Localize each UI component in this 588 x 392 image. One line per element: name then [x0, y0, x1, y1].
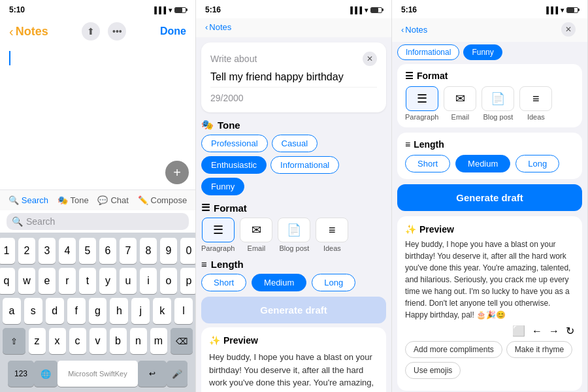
key-z[interactable]: z [29, 328, 46, 354]
next-icon[interactable]: → [549, 325, 559, 337]
format-blogpost-icon: 📄 [278, 218, 310, 242]
key-j[interactable]: j [131, 298, 150, 324]
format3-ideas-icon: ≡ [519, 86, 552, 111]
toolbar-compose[interactable]: ✏️ Compose [138, 195, 188, 205]
key-u[interactable]: u [120, 268, 137, 294]
key-i[interactable]: i [140, 268, 157, 294]
share-icon[interactable]: ⬆ [82, 22, 100, 41]
length-long[interactable]: Long [312, 274, 355, 291]
format-paragraph[interactable]: ☰ Paragraph [201, 218, 235, 252]
prev-icon[interactable]: ← [532, 325, 542, 337]
key-l[interactable]: l [174, 298, 193, 324]
key-v[interactable]: v [90, 328, 106, 354]
preview3-nav-controls: ⬜ ← → ↻ [405, 325, 574, 337]
key-s[interactable]: s [24, 298, 42, 324]
key-p[interactable]: p [180, 268, 196, 294]
refresh-icon[interactable]: ↻ [566, 325, 574, 337]
key-h[interactable]: h [110, 298, 128, 324]
key-6[interactable]: 6 [99, 238, 116, 264]
key-7[interactable]: 7 [120, 238, 137, 264]
toolbar-search[interactable]: 🔍 Search [8, 195, 48, 205]
key-y[interactable]: y [99, 268, 116, 294]
add-button[interactable]: + [165, 161, 189, 184]
format3-ideas[interactable]: ≡ Ideas [519, 86, 552, 121]
key-o[interactable]: o [160, 268, 177, 294]
length3-medium[interactable]: Medium [455, 155, 510, 172]
key-globe[interactable]: 🌐 [34, 361, 57, 387]
panel3-back-button[interactable]: ‹ Notes [401, 25, 427, 35]
done-button[interactable]: Done [160, 25, 186, 37]
key-mic[interactable]: 🎤 [167, 361, 188, 387]
make-rhyme-button[interactable]: Make it rhyme [506, 341, 572, 358]
preview3-title: ✨ Preview [405, 224, 574, 235]
preview-icon: ✨ [209, 335, 220, 346]
key-r[interactable]: r [59, 268, 76, 294]
tone-chip-informational[interactable]: Informational [270, 156, 339, 174]
format-blogpost[interactable]: 📄 Blog post [278, 218, 310, 252]
tone-chip-funny[interactable]: Funny [201, 178, 244, 195]
nav-icons: ⬆ ••• [82, 22, 126, 41]
generate-draft-button[interactable]: Generate draft [201, 297, 386, 323]
tone-chip-informational-top[interactable]: Informational [397, 44, 459, 60]
search-bar[interactable]: 🔍 Search [7, 213, 189, 230]
format-ideas[interactable]: ≡ Ideas [316, 218, 348, 252]
tone-chip-casual[interactable]: Casual [272, 135, 318, 152]
key-space[interactable]: Microsoft SwiftKey [57, 361, 138, 387]
key-9[interactable]: 9 [160, 238, 177, 264]
key-a[interactable]: a [3, 298, 21, 324]
format3-blogpost[interactable]: 📄 Blog post [482, 86, 514, 121]
close-panel3-button[interactable]: ✕ [561, 22, 576, 37]
key-t[interactable]: t [79, 268, 96, 294]
format3-email[interactable]: ✉ Email [444, 86, 476, 121]
key-c[interactable]: c [69, 328, 86, 354]
length-medium[interactable]: Medium [252, 274, 306, 291]
tone-chip-funny-top[interactable]: Funny [463, 44, 502, 60]
length-short[interactable]: Short [201, 274, 246, 291]
key-0[interactable]: 0 [180, 238, 196, 264]
key-d[interactable]: d [46, 298, 64, 324]
key-123[interactable]: 123 [8, 361, 34, 387]
wifi-icon-3: ▾ [561, 7, 564, 14]
key-5[interactable]: 5 [79, 238, 96, 264]
toolbar-chat[interactable]: 💬 Chat [97, 195, 128, 205]
panel2-back-button[interactable]: ‹ Notes [205, 22, 231, 32]
key-3[interactable]: 3 [39, 238, 56, 264]
key-f[interactable]: f [67, 298, 86, 324]
key-e[interactable]: e [39, 268, 56, 294]
key-delete[interactable]: ⌫ [171, 328, 193, 354]
more-icon[interactable]: ••• [108, 22, 126, 41]
key-g[interactable]: g [89, 298, 107, 324]
tone-chip-enthusiastic[interactable]: Enthusiastic [201, 156, 267, 174]
key-1[interactable]: 1 [0, 238, 15, 264]
key-w[interactable]: w [18, 268, 35, 294]
key-b[interactable]: b [110, 328, 127, 354]
compose-input-text[interactable]: Tell my friend happy birthday [210, 71, 377, 83]
length-section-icon: ≡ [201, 259, 207, 270]
key-shift[interactable]: ⇧ [3, 328, 25, 354]
use-emojis-button[interactable]: Use emojis [405, 362, 461, 379]
format3-paragraph[interactable]: ☰ Paragraph [405, 86, 438, 121]
time-2: 5:16 [205, 5, 221, 14]
key-q[interactable]: q [0, 268, 15, 294]
tone-toolbar-icon: 🎭 [57, 195, 68, 205]
key-return[interactable]: ↩ [138, 361, 167, 387]
copy-square-icon[interactable]: ⬜ [512, 325, 525, 337]
close-compose-button[interactable]: ✕ [363, 52, 377, 66]
key-2[interactable]: 2 [18, 238, 35, 264]
key-4[interactable]: 4 [59, 238, 76, 264]
preview-text: Hey buddy, I hope you have a blast on yo… [209, 351, 378, 392]
key-8[interactable]: 8 [140, 238, 157, 264]
toolbar-tone[interactable]: 🎭 Tone [57, 195, 89, 205]
format-email[interactable]: ✉ Email [240, 218, 272, 252]
search-toolbar-icon: 🔍 [8, 195, 19, 205]
key-m[interactable]: m [150, 328, 167, 354]
back-button[interactable]: ‹ Notes [9, 24, 48, 39]
length3-long[interactable]: Long [515, 155, 559, 172]
key-n[interactable]: n [130, 328, 147, 354]
key-x[interactable]: x [49, 328, 66, 354]
add-compliments-button[interactable]: Add more compliments [405, 341, 502, 358]
key-k[interactable]: k [153, 298, 171, 324]
length3-short[interactable]: Short [405, 155, 450, 172]
generate-draft-button-3[interactable]: Generate draft [397, 184, 582, 211]
tone-chip-professional[interactable]: Professional [201, 135, 268, 152]
